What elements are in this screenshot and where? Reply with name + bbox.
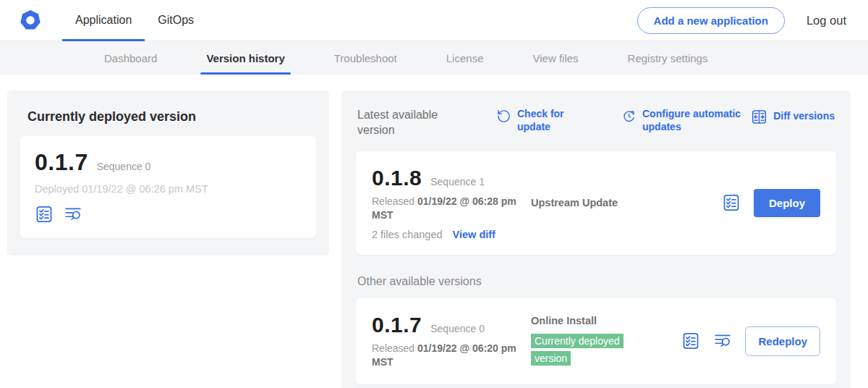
diff-versions-link[interactable]: Diff versions	[751, 108, 835, 125]
release-notes-checklist-icon[interactable]	[722, 193, 741, 212]
view-logs-search-icon[interactable]	[64, 205, 82, 224]
tab-gitops-label: GitOps	[158, 14, 194, 27]
view-logs-search-icon[interactable]	[713, 332, 732, 350]
latest-released-timestamp: Released 01/19/22 @ 06:28 pm MST	[372, 195, 525, 223]
other-version-source: Online Install	[531, 315, 681, 326]
tab-gitops[interactable]: GitOps	[145, 0, 207, 41]
available-panel-header: Latest available version Check for updat…	[356, 105, 836, 138]
subnav-tab-view-files[interactable]: View files	[531, 41, 579, 75]
refresh-arrow-icon	[496, 109, 511, 124]
tab-application[interactable]: Application	[62, 0, 145, 41]
other-version-number: 0.1.7	[372, 313, 422, 337]
deploy-button[interactable]: Deploy	[754, 189, 820, 217]
app-logo[interactable]	[19, 0, 42, 41]
redeploy-button[interactable]: Redeploy	[745, 326, 820, 356]
configure-automatic-updates-link[interactable]: Configure automatic updates	[621, 108, 751, 133]
other-version-card: 0.1.7 Sequence 0 Released 01/19/22 @ 06:…	[356, 298, 836, 384]
subnav-tab-version-history[interactable]: Version history	[205, 41, 286, 75]
latest-sequence-label: Sequence 1	[430, 176, 485, 187]
tab-application-label: Application	[75, 14, 132, 27]
add-new-application-button[interactable]: Add a new application	[637, 7, 785, 34]
main-content: Currently deployed version 0.1.7 Sequenc…	[0, 75, 868, 388]
subnav-tab-dashboard[interactable]: Dashboard	[103, 41, 158, 75]
other-released-timestamp: Released 01/19/22 @ 06:20 pm MST	[372, 342, 525, 370]
header-spacer	[207, 0, 637, 41]
latest-version-number: 0.1.8	[372, 166, 422, 190]
other-sequence-label: Sequence 0	[430, 323, 485, 334]
logo-heptagon-icon	[19, 9, 42, 32]
app-subnav: Dashboard Version history Troubleshoot L…	[0, 41, 868, 75]
currently-deployed-panel: Currently deployed version 0.1.7 Sequenc…	[7, 90, 329, 256]
release-notes-checklist-icon[interactable]	[35, 205, 54, 224]
top-header: Application GitOps Add a new application…	[0, 0, 868, 41]
check-for-update-label: Check for update	[517, 108, 569, 133]
deployed-sequence-label: Sequence 0	[97, 161, 151, 172]
schedule-clock-icon	[621, 109, 637, 124]
diff-columns-icon	[751, 109, 767, 125]
latest-version-source: Upstream Update	[531, 197, 722, 208]
currently-deployed-title: Currently deployed version	[27, 109, 316, 125]
subnav-tab-license[interactable]: License	[445, 41, 485, 75]
deployed-version-number: 0.1.7	[35, 149, 88, 176]
files-changed-count: 2 files changed	[372, 229, 443, 240]
subnav-tab-troubleshoot[interactable]: Troubleshoot	[333, 41, 399, 75]
other-available-versions-title: Other available versions	[357, 275, 836, 288]
currently-deployed-badge: Currently deployed version	[531, 334, 624, 366]
subnav-tab-registry-settings[interactable]: Registry settings	[626, 41, 710, 75]
latest-version-card: 0.1.8 Sequence 1 Released 01/19/22 @ 06:…	[356, 151, 836, 255]
diff-versions-label: Diff versions	[773, 110, 835, 123]
release-notes-checklist-icon[interactable]	[681, 332, 700, 350]
deployed-version-card: 0.1.7 Sequence 0 Deployed 01/19/22 @ 06:…	[20, 136, 316, 238]
check-for-update-link[interactable]: Check for update	[496, 108, 569, 133]
available-versions-panel: Latest available version Check for updat…	[341, 90, 851, 388]
deployed-timestamp: Deployed 01/19/22 @ 06:26 pm MST	[35, 183, 302, 195]
configure-automatic-updates-label: Configure automatic updates	[642, 108, 751, 133]
latest-available-title: Latest available version	[357, 108, 451, 138]
logout-link[interactable]: Log out	[807, 14, 846, 28]
view-diff-link[interactable]: View diff	[453, 229, 495, 240]
